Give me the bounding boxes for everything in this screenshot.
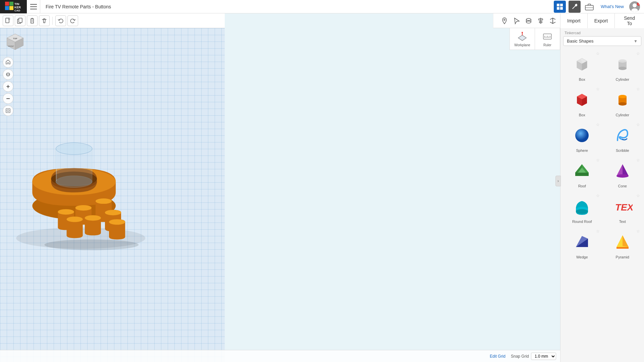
shape-item-scribble[interactable]: ☆ Scribble: [602, 120, 643, 155]
align-button[interactable]: [536, 16, 545, 25]
side-controls: + −: [3, 57, 13, 116]
shape-item-cylinder-orange[interactable]: ☆ Cylinder: [602, 84, 643, 120]
shape-item-box-red[interactable]: ☆ Box: [562, 84, 602, 120]
shape-item-text[interactable]: ☆ TEXT Text: [602, 191, 643, 226]
whats-new-link[interactable]: What's New: [598, 4, 627, 9]
fit-view-button[interactable]: [3, 105, 13, 116]
ruler-button[interactable]: Ruler: [535, 28, 560, 50]
shape-icon-cylinder-orange: [611, 88, 634, 112]
snap-grid-dropdown[interactable]: 1.0 mm 0.5 mm 0.1 mm 2.0 mm: [531, 353, 556, 360]
zoom-out-button[interactable]: −: [3, 93, 13, 104]
zoom-in-button[interactable]: +: [3, 81, 13, 92]
wrench-button[interactable]: [569, 1, 581, 13]
favorite-star-scribble[interactable]: ☆: [636, 122, 640, 127]
favorite-star-cone[interactable]: ☆: [636, 158, 640, 163]
svg-text:FRONT: FRONT: [8, 45, 14, 47]
favorite-star-cylinder-orange[interactable]: ☆: [636, 87, 640, 92]
favorite-star-cylinder-gray[interactable]: ☆: [636, 51, 640, 56]
export-button[interactable]: Export: [587, 13, 614, 28]
cursor-button[interactable]: [512, 16, 521, 25]
svg-point-108: [619, 95, 627, 98]
svg-point-59: [96, 198, 112, 204]
panel-collapse-button[interactable]: ›: [555, 176, 561, 186]
menu-button[interactable]: [27, 0, 40, 13]
svg-rect-1: [9, 2, 13, 6]
svg-text:KER: KER: [14, 6, 21, 9]
favorite-star-box-gray[interactable]: ☆: [596, 51, 600, 56]
shape-icon-wedge: [570, 230, 594, 254]
shape-label-cone-purple: Cone: [618, 184, 627, 188]
favorite-star-box-red[interactable]: ☆: [596, 87, 600, 92]
shape-icon-pyramid: [611, 230, 634, 254]
paste-button[interactable]: [27, 15, 38, 26]
cylinder-button[interactable]: [524, 16, 533, 25]
svg-rect-3: [9, 6, 13, 10]
favorite-star-round-roof[interactable]: ☆: [596, 193, 600, 198]
svg-point-29: [526, 18, 531, 20]
import-button[interactable]: Import: [560, 13, 587, 28]
svg-point-116: [616, 174, 629, 178]
viewport[interactable]: [0, 28, 225, 362]
topbar-right: What's New +: [554, 1, 644, 13]
favorite-star-wedge[interactable]: ☆: [596, 229, 600, 234]
copy-button[interactable]: [15, 15, 25, 26]
user-avatar[interactable]: +: [629, 1, 640, 12]
cube-navigator[interactable]: TOP FRONT: [3, 32, 27, 55]
shape-item-box-gray[interactable]: ☆ Box: [562, 49, 602, 84]
shape-item-roof-green[interactable]: ☆ Roof: [562, 155, 602, 191]
topbar: TIN KER CAD Fire TV Remote Parts - Butto…: [0, 0, 644, 13]
redo-button[interactable]: [67, 15, 78, 26]
svg-text:TEXT: TEXT: [615, 202, 633, 213]
workplane-ruler-bar: Workplane Ruler: [509, 28, 560, 50]
svg-rect-0: [5, 2, 9, 6]
favorite-star-sphere[interactable]: ☆: [596, 122, 600, 127]
svg-point-63: [109, 219, 125, 225]
svg-rect-24: [19, 18, 22, 22]
tinkercad-logo[interactable]: TIN KER CAD: [0, 0, 27, 13]
shape-item-wedge[interactable]: ☆ Wedge: [562, 226, 602, 262]
svg-marker-74: [518, 35, 526, 41]
svg-point-17: [633, 3, 637, 7]
new-button[interactable]: [3, 15, 13, 26]
snap-grid-label: Snap Grid: [511, 354, 529, 359]
svg-text:TIN: TIN: [14, 2, 19, 6]
shape-label-round-roof: Round Roof: [572, 220, 592, 224]
svg-text:TOP: TOP: [13, 37, 17, 40]
svg-rect-12: [557, 7, 559, 10]
send-to-button[interactable]: Send To: [614, 13, 644, 28]
ruler-label: Ruler: [543, 43, 551, 47]
location-pin-button[interactable]: [500, 16, 509, 25]
svg-rect-8: [30, 6, 37, 7]
shape-item-cone-purple[interactable]: ☆ Cone: [602, 155, 643, 191]
svg-point-109: [575, 129, 589, 142]
favorite-star-roof[interactable]: ☆: [596, 158, 600, 163]
shape-item-pyramid[interactable]: ☆ Pyramid: [602, 226, 643, 262]
home-view-button[interactable]: [3, 57, 13, 68]
shape-item-round-roof[interactable]: ☆ Round Roof: [562, 191, 602, 226]
shape-item-sphere-blue[interactable]: ☆ Sphere: [562, 120, 602, 155]
project-title: Fire TV Remote Parts - Buttons: [40, 4, 554, 9]
shape-icon-box-gray: [570, 53, 594, 76]
shape-icon-box-red: [570, 88, 594, 112]
favorite-star-pyramid[interactable]: ☆: [636, 229, 640, 234]
shape-label-cylinder-gray: Cylinder: [616, 77, 629, 81]
svg-point-118: [576, 209, 588, 214]
delete-button[interactable]: [39, 15, 50, 26]
svg-rect-7: [30, 4, 37, 5]
flip-button[interactable]: [548, 16, 557, 25]
panel-category-dropdown[interactable]: Basic Shapes ▼: [563, 36, 641, 46]
briefcase-button[interactable]: [583, 1, 595, 13]
undo-button[interactable]: [55, 15, 66, 26]
shape-icon-scribble: [611, 124, 634, 147]
orbit-button[interactable]: [3, 69, 13, 80]
shape-item-cylinder-gray[interactable]: ☆ Cylinder: [602, 49, 643, 84]
favorite-star-text[interactable]: ☆: [636, 193, 640, 198]
toolbar: [0, 13, 225, 28]
workplane-button[interactable]: Workplane: [510, 28, 535, 50]
svg-marker-125: [616, 247, 629, 249]
svg-point-73: [7, 110, 9, 112]
shape-label-cylinder-orange: Cylinder: [616, 113, 629, 117]
grid-view-button[interactable]: [554, 1, 566, 13]
svg-point-41: [56, 176, 92, 187]
edit-grid-label[interactable]: Edit Grid: [490, 354, 505, 359]
